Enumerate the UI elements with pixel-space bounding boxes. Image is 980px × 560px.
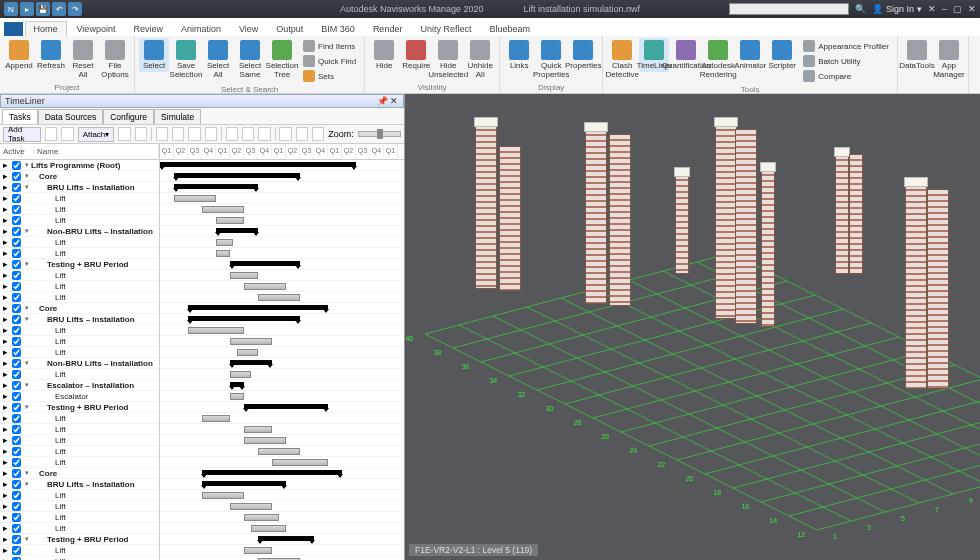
gantt-row[interactable] [160,281,404,292]
row-selector[interactable]: ▸ [0,215,10,225]
clash-detective-button[interactable]: Clash Detective [607,38,637,81]
task-row[interactable]: ▸▾Core [0,171,159,182]
expand-toggle[interactable]: ▾ [22,535,31,543]
task-row[interactable]: ▸Lift [0,336,159,347]
task-bar[interactable] [216,250,230,257]
col-name[interactable]: Name [34,145,159,158]
task-bar[interactable] [237,349,258,356]
task-row[interactable]: ▸Lift [0,435,159,446]
require-button[interactable]: Require [401,38,431,72]
active-checkbox[interactable] [10,237,22,247]
task-bar[interactable] [230,338,272,345]
task-row[interactable]: ▸Lift [0,347,159,358]
gantt-row[interactable] [160,468,404,479]
task-bar[interactable] [251,525,286,532]
batch-utility-button[interactable]: Batch Utility [801,54,891,68]
properties-button[interactable]: Properties [568,38,598,72]
row-selector[interactable]: ▸ [0,292,10,302]
ribbon-tab-viewpoint[interactable]: Viewpoint [69,22,124,36]
summary-bar[interactable] [258,536,314,541]
task-bar[interactable] [188,327,244,334]
ribbon-tab-home[interactable]: Home [25,21,67,36]
zoom-in-button[interactable] [296,127,308,141]
links-button[interactable]: Links [504,38,534,72]
row-selector[interactable]: ▸ [0,369,10,379]
task-bar[interactable] [174,195,216,202]
row-selector[interactable]: ▸ [0,534,10,544]
insert-task-button[interactable] [45,127,57,141]
task-row[interactable]: ▸▾BRU Lifts – Installation [0,182,159,193]
row-selector[interactable]: ▸ [0,490,10,500]
active-checkbox[interactable] [10,556,22,560]
tower-model[interactable] [927,189,949,389]
active-checkbox[interactable] [10,204,22,214]
row-selector[interactable]: ▸ [0,325,10,335]
task-row[interactable]: ▸▾Lifts Programme (Root) [0,160,159,171]
gantt-row[interactable] [160,248,404,259]
row-selector[interactable]: ▸ [0,512,10,522]
task-bar[interactable] [272,459,328,466]
active-checkbox[interactable] [10,358,22,368]
gantt-row[interactable] [160,424,404,435]
gantt-row[interactable] [160,237,404,248]
search-icon[interactable]: 🔍 [855,4,866,14]
task-row[interactable]: ▸▾Non-BRU Lifts – Installation [0,226,159,237]
select-button[interactable]: Select [139,38,169,72]
active-checkbox[interactable] [10,193,22,203]
active-checkbox[interactable] [10,391,22,401]
row-selector[interactable]: ▸ [0,303,10,313]
task-row[interactable]: ▸▾Testing + BRU Period [0,259,159,270]
summary-bar[interactable] [230,360,272,365]
task-row[interactable]: ▸Lift [0,512,159,523]
gantt-row[interactable] [160,182,404,193]
row-selector[interactable]: ▸ [0,226,10,236]
gantt-row[interactable] [160,457,404,468]
row-selector[interactable]: ▸ [0,259,10,269]
move-up-button[interactable] [156,127,168,141]
row-selector[interactable]: ▸ [0,413,10,423]
autodesk-rendering-button[interactable]: Autodesk Rendering [703,38,733,81]
app-icon[interactable]: N [4,2,18,16]
active-checkbox[interactable] [10,248,22,258]
task-bar[interactable] [244,283,286,290]
row-selector[interactable]: ▸ [0,545,10,555]
tower-model[interactable] [609,134,631,306]
tower-model[interactable] [675,174,689,274]
row-selector[interactable]: ▸ [0,391,10,401]
ribbon-tab-review[interactable]: Review [125,22,171,36]
task-row[interactable]: ▸Lift [0,281,159,292]
zoom-fit-button[interactable] [312,127,324,141]
undo-icon[interactable]: ↶ [52,2,66,16]
tower-model[interactable] [585,129,607,304]
gantt-row[interactable] [160,391,404,402]
row-selector[interactable]: ▸ [0,446,10,456]
task-bar[interactable] [230,503,272,510]
task-row[interactable]: ▸▾Testing + BRU Period [0,402,159,413]
task-bar[interactable] [216,239,233,246]
open-icon[interactable]: ▸ [20,2,34,16]
add-task-button[interactable]: Add Task [3,127,41,142]
task-row[interactable]: ▸Lift [0,204,159,215]
active-checkbox[interactable] [10,545,22,555]
find-button[interactable] [135,127,147,141]
gantt-row[interactable] [160,512,404,523]
active-checkbox[interactable] [10,534,22,544]
summary-bar[interactable] [216,228,258,233]
summary-bar[interactable] [160,162,356,167]
indent-button[interactable] [188,127,200,141]
ribbon-tab-animation[interactable]: Animation [173,22,229,36]
reset-all-button[interactable]: Reset All [68,38,98,81]
filter-button[interactable] [242,127,254,141]
appearance-profiler-button[interactable]: Appearance Profiler [801,39,891,53]
active-checkbox[interactable] [10,226,22,236]
task-row[interactable]: ▸Lift [0,545,159,556]
gantt-row[interactable] [160,336,404,347]
select-same-button[interactable]: Select Same [235,38,265,81]
gantt-row[interactable] [160,160,404,171]
expand-toggle[interactable]: ▾ [22,403,31,411]
panel-close-icon[interactable]: ✕ [389,96,399,106]
active-checkbox[interactable] [10,325,22,335]
row-selector[interactable]: ▸ [0,204,10,214]
task-bar[interactable] [258,294,300,301]
active-checkbox[interactable] [10,347,22,357]
